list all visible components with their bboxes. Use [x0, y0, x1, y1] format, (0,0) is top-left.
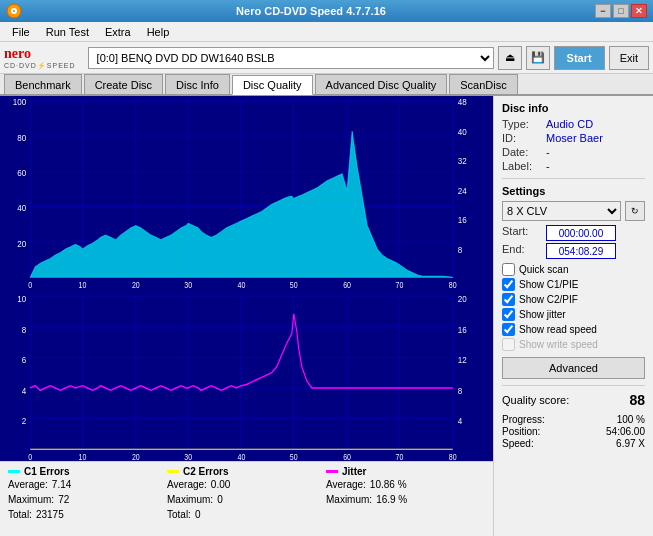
type-label: Type:	[502, 118, 542, 130]
start-label: Start:	[502, 225, 542, 241]
legend-area: C1 Errors Average: 7.14 Maximum: 72 Tota…	[0, 461, 493, 536]
legend-jitter: Jitter Average: 10.86 % Maximum: 16.9 %	[326, 466, 485, 532]
svg-text:40: 40	[238, 452, 246, 461]
settings-refresh-button[interactable]: ↻	[625, 201, 645, 221]
end-input[interactable]	[546, 243, 616, 259]
date-label: Date:	[502, 146, 542, 158]
legend-c1: C1 Errors Average: 7.14 Maximum: 72 Tota…	[8, 466, 167, 532]
svg-text:20: 20	[458, 293, 467, 304]
divider-1	[502, 178, 645, 179]
speed-value: 6.97 X	[616, 438, 645, 449]
jitter-label: Jitter	[342, 466, 366, 477]
progress-section: Progress: 100 % Position: 54:06.00 Speed…	[502, 414, 645, 449]
svg-point-2	[13, 10, 15, 12]
svg-text:16: 16	[458, 215, 467, 226]
svg-text:30: 30	[184, 280, 192, 290]
label-value: -	[546, 160, 550, 172]
start-input[interactable]	[546, 225, 616, 241]
c2-avg-value: 0.00	[211, 479, 230, 490]
speed-label: Speed:	[502, 438, 534, 449]
quick-scan-checkbox[interactable]	[502, 263, 515, 276]
show-c1-checkbox[interactable]	[502, 278, 515, 291]
logo-nero: nero	[4, 46, 76, 62]
svg-text:12: 12	[458, 355, 467, 366]
date-value: -	[546, 146, 550, 158]
svg-text:8: 8	[22, 324, 27, 335]
show-c1-label: Show C1/PIE	[519, 279, 578, 290]
svg-text:40: 40	[458, 126, 467, 137]
tab-create-disc[interactable]: Create Disc	[84, 74, 163, 94]
label-label: Label:	[502, 160, 542, 172]
progress-label: Progress:	[502, 414, 545, 425]
c1-avg-value: 7.14	[52, 479, 71, 490]
svg-text:20: 20	[132, 280, 140, 290]
c1-avg-label: Average:	[8, 479, 48, 490]
quick-scan-row: Quick scan	[502, 263, 645, 276]
quality-label: Quality score:	[502, 394, 569, 406]
exit-button[interactable]: Exit	[609, 46, 649, 70]
show-c1-row: Show C1/PIE	[502, 278, 645, 291]
maximize-button[interactable]: □	[613, 4, 629, 18]
chart-container: 100 80 60 40 20 48 40 32 24 16 8 0 10 20…	[0, 96, 493, 536]
svg-text:6: 6	[22, 355, 27, 366]
svg-text:80: 80	[449, 452, 457, 461]
menu-file[interactable]: File	[4, 24, 38, 40]
id-label: ID:	[502, 132, 542, 144]
divider-2	[502, 385, 645, 386]
show-write-speed-label: Show write speed	[519, 339, 598, 350]
tab-scandisc[interactable]: ScanDisc	[449, 74, 517, 94]
svg-text:70: 70	[396, 280, 404, 290]
close-button[interactable]: ✕	[631, 4, 647, 18]
tab-disc-quality[interactable]: Disc Quality	[232, 75, 313, 95]
quality-value: 88	[629, 392, 645, 408]
svg-text:24: 24	[458, 185, 467, 196]
jitter-avg-label: Average:	[326, 479, 366, 490]
menu-bar: File Run Test Extra Help	[0, 22, 653, 42]
save-button[interactable]: 💾	[526, 46, 550, 70]
svg-text:50: 50	[290, 452, 298, 461]
c1-total-label: Total:	[8, 509, 32, 520]
svg-text:70: 70	[396, 452, 404, 461]
show-jitter-checkbox[interactable]	[502, 308, 515, 321]
svg-text:80: 80	[17, 132, 26, 143]
start-button[interactable]: Start	[554, 46, 605, 70]
drive-select[interactable]: [0:0] BENQ DVD DD DW1640 BSLB	[88, 47, 494, 69]
speed-select[interactable]: 8 X CLV 4 X CLV 16 X CLV Max	[502, 201, 621, 221]
c2-max-value: 0	[217, 494, 223, 505]
eject-button[interactable]: ⏏	[498, 46, 522, 70]
c2-total-label: Total:	[167, 509, 191, 520]
jitter-avg-value: 10.86 %	[370, 479, 407, 490]
menu-runtest[interactable]: Run Test	[38, 24, 97, 40]
svg-text:60: 60	[343, 452, 351, 461]
menu-help[interactable]: Help	[139, 24, 178, 40]
minimize-button[interactable]: −	[595, 4, 611, 18]
show-read-speed-checkbox[interactable]	[502, 323, 515, 336]
svg-text:50: 50	[290, 280, 298, 290]
show-write-speed-row: Show write speed	[502, 338, 645, 351]
position-value: 54:06.00	[606, 426, 645, 437]
advanced-button[interactable]: Advanced	[502, 357, 645, 379]
svg-text:10: 10	[17, 293, 26, 304]
tab-benchmark[interactable]: Benchmark	[4, 74, 82, 94]
c1-max-value: 72	[58, 494, 69, 505]
menu-extra[interactable]: Extra	[97, 24, 139, 40]
position-label: Position:	[502, 426, 540, 437]
window-title: Nero CD-DVD Speed 4.7.7.16	[27, 5, 595, 17]
show-read-speed-label: Show read speed	[519, 324, 597, 335]
logo: nero CD·DVD⚡SPEED	[4, 46, 76, 70]
show-c2-checkbox[interactable]	[502, 293, 515, 306]
c1-label: C1 Errors	[24, 466, 70, 477]
tab-disc-info[interactable]: Disc Info	[165, 74, 230, 94]
toolbar: nero CD·DVD⚡SPEED [0:0] BENQ DVD DD DW16…	[0, 42, 653, 74]
id-value: Moser Baer	[546, 132, 603, 144]
window-controls: − □ ✕	[595, 4, 647, 18]
jitter-dot	[326, 470, 338, 473]
tab-advanced-disc-quality[interactable]: Advanced Disc Quality	[315, 74, 448, 94]
svg-text:16: 16	[458, 324, 467, 335]
svg-text:2: 2	[22, 416, 27, 427]
legend-c2: C2 Errors Average: 0.00 Maximum: 0 Total…	[167, 466, 326, 532]
svg-text:20: 20	[17, 238, 26, 249]
title-bar: Nero CD-DVD Speed 4.7.7.16 − □ ✕	[0, 0, 653, 22]
logo-sub: CD·DVD⚡SPEED	[4, 62, 76, 70]
show-write-speed-checkbox	[502, 338, 515, 351]
